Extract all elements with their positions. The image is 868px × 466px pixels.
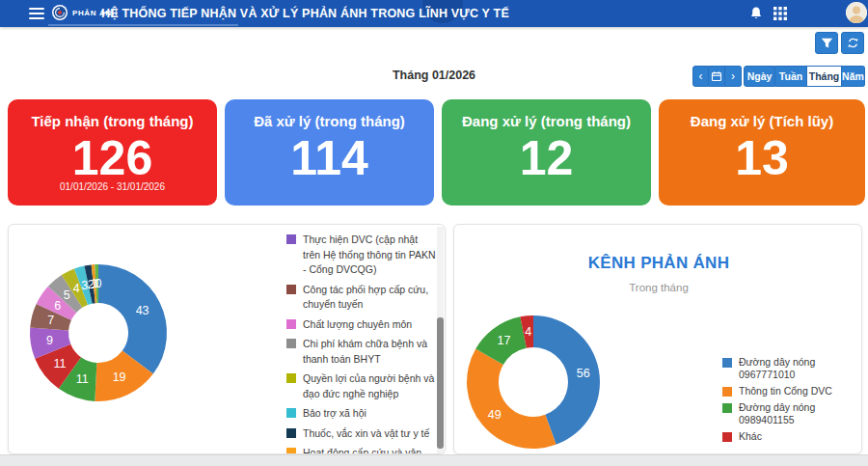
legend-label: Thuốc, vắc xin và vật tư y tế [303,426,429,442]
bell-icon[interactable] [748,6,764,21]
legend-label: Quyền lợi của người bệnh và đạo đức nghề… [303,371,437,401]
view-button-day[interactable]: Ngày [744,66,775,87]
slice-value-label: 17 [497,334,510,347]
legend-swatch [286,448,296,454]
legend-swatch [286,234,296,244]
calendar-icon [711,70,722,82]
legend-swatch [722,403,732,413]
view-button-year[interactable]: Năm [842,66,865,87]
category-chart-panel: 431911119765432110 Thực hiện DVC (cập nh… [8,224,446,454]
stat-card-processing-month: Đang xử lý (trong tháng) 12 [442,99,651,206]
horizontal-scrollbar[interactable] [0,454,868,466]
page-title: HỆ THỐNG TIẾP NHẬN VÀ XỬ LÝ PHẢN ÁNH TRO… [101,0,509,27]
refresh-button[interactable] [841,32,864,54]
legend-item[interactable]: Thông tin Cổng DVC [722,385,861,397]
channel-legend: Đường dây nóng 0967771010Thông tin Cổng … [722,356,861,443]
legend-label: Hoạt động cấp cứu và vận chuyển người bệ… [303,446,437,454]
stat-title: Đang xử lý (Tích lũy) [691,113,833,129]
view-switcher: NgàyTuầnThángNăm [744,66,865,87]
filter-button[interactable] [815,32,838,54]
stat-value: 13 [735,131,789,185]
stat-title: Tiếp nhận (trong tháng) [31,113,193,129]
legend-label: Khác [739,430,762,443]
prev-period-button[interactable]: ‹ [692,66,709,87]
slice-value-label: 56 [577,367,590,380]
slice-value-label: 4 [73,282,80,295]
donut-slice[interactable] [98,264,167,374]
legend-label: Chi phí khám chữa bệnh và thanh toán BHY… [303,337,437,367]
funnel-icon [821,37,833,49]
legend-label: Chất lượng chuyên môn [303,317,412,333]
legend-item[interactable]: Đường dây nóng 0967771010 [722,356,861,381]
stat-card-processing-total: Đang xử lý (Tích lũy) 13 [659,99,865,206]
dashboard-page: PHẢN ÁNH HỆ THỐNG TIẾP NHẬN VÀ XỬ LÝ PHẢ… [0,0,868,466]
stat-value: 114 [290,131,368,185]
legend-swatch [286,373,296,383]
stat-value: 12 [520,131,574,185]
legend-item[interactable]: Thuốc, vắc xin và vật tư y tế [286,426,437,442]
legend-swatch [286,428,296,438]
legend-label: Đường dây nóng 0989401155 [739,401,861,426]
refresh-icon [847,37,859,49]
legend-swatch [286,408,296,418]
category-donut-chart[interactable]: 431911119765432110 [9,225,288,454]
date-navigation: ‹ › [692,66,742,87]
slice-value-label: 4 [525,325,531,339]
stat-card-received: Tiếp nhận (trong tháng) 126 01/01/2026 -… [8,99,217,206]
slice-value-label: 7 [47,314,54,327]
next-period-button[interactable]: › [725,66,742,87]
legend-item[interactable]: Quyền lợi của người bệnh và đạo đức nghề… [286,371,437,401]
channel-donut-chart[interactable]: 5649174 [454,225,734,454]
legend-swatch [722,358,732,368]
menu-icon[interactable] [29,8,44,19]
category-legend: Thực hiện DVC (cập nhật trên Hệ thống th… [286,233,437,454]
view-button-week[interactable]: Tuần [775,66,807,87]
legend-swatch [722,432,732,442]
legend-item[interactable]: Khác [722,430,861,443]
channel-chart-panel: KÊNH PHẢN ÁNH Trong tháng 5649174 Đường … [453,224,862,454]
slice-value-label: 6 [54,299,61,313]
app-logo-icon [52,5,68,20]
stat-value: 126 [72,131,152,185]
slice-value-label: 9 [46,334,53,347]
user-avatar[interactable] [846,2,867,23]
stat-title: Đang xử lý (trong tháng) [462,113,631,129]
legend-label: Thực hiện DVC (cập nhật trên Hệ thống th… [303,233,437,278]
slice-value-label: 11 [54,357,67,370]
calendar-button[interactable] [709,66,725,87]
legend-swatch [286,339,296,348]
legend-label: Đường dây nóng 0967771010 [739,356,861,381]
legend-item[interactable]: Đường dây nóng 0989401155 [722,401,861,426]
legend-item[interactable]: Công tác phối hợp cấp cứu, chuyển tuyến [286,283,437,313]
legend-scrollbar-thumb[interactable] [437,317,444,449]
legend-swatch [722,387,732,397]
view-button-month[interactable]: Tháng [807,66,842,87]
slice-value-label: 5 [64,288,70,302]
stat-title: Đã xử lý (trong tháng) [254,113,405,129]
legend-label: Bảo trợ xã hội [303,406,366,422]
legend-item[interactable]: Chất lượng chuyên môn [286,317,437,333]
slice-value-label: 49 [488,408,502,422]
legend-label: Thông tin Cổng DVC [739,385,832,397]
legend-label: Công tác phối hợp cấp cứu, chuyển tuyến [303,283,437,313]
legend-item[interactable]: Thực hiện DVC (cập nhật trên Hệ thống th… [286,233,437,278]
stat-card-processed: Đã xử lý (trong tháng) 114 [225,99,434,206]
legend-item[interactable]: Bảo trợ xã hội [286,406,437,422]
stat-date-range: 01/01/2026 - 31/01/2026 [60,181,165,192]
donut-slice[interactable] [467,349,556,450]
slice-value-label: 43 [136,304,149,317]
legend-item[interactable]: Chi phí khám chữa bệnh và thanh toán BHY… [286,337,437,367]
legend-item[interactable]: Hoạt động cấp cứu và vận chuyển người bệ… [286,446,437,454]
slice-value-label: 19 [113,370,126,384]
legend-swatch [286,285,296,294]
legend-swatch [286,319,296,329]
slice-value-label: 11 [76,372,89,386]
navbar: PHẢN ÁNH HỆ THỐNG TIẾP NHẬN VÀ XỬ LÝ PHẢ… [0,0,868,27]
apps-grid-icon[interactable] [773,7,787,20]
slice-value-label: 0 [95,277,102,290]
